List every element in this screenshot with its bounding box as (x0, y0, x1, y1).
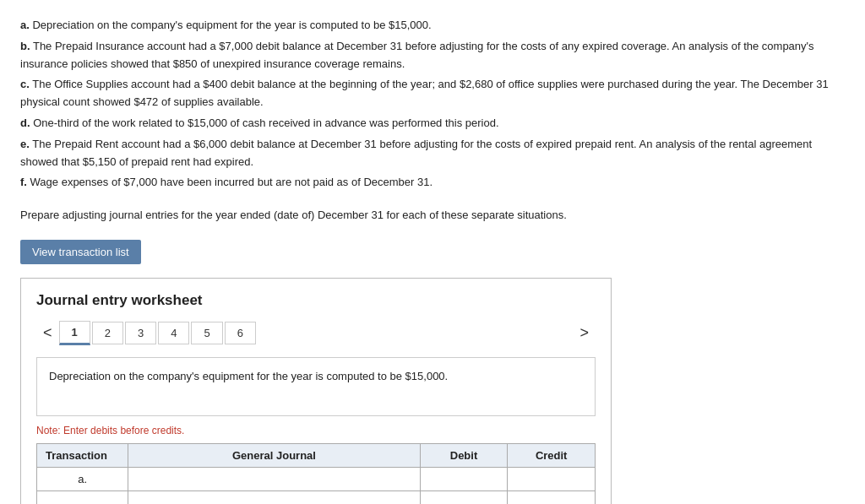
tab-2[interactable]: 2 (92, 322, 123, 344)
prepare-instructions: Prepare adjusting journal entries for th… (20, 207, 845, 225)
general-journal-input-2[interactable] (137, 496, 411, 504)
problem-c: c. The Office Supplies account had a $40… (20, 76, 845, 111)
credit-cell-empty[interactable] (508, 490, 596, 504)
problem-b-text: The Prepaid Insurance account had a $7,0… (20, 40, 814, 70)
next-tab-button[interactable]: > (573, 324, 596, 342)
problem-b-label: b. (20, 40, 30, 52)
tab-5[interactable]: 5 (191, 322, 222, 344)
prev-tab-button[interactable]: < (36, 324, 59, 342)
general-journal-cell[interactable] (128, 467, 420, 490)
problem-f-label: f. (20, 176, 27, 188)
tab-3[interactable]: 3 (125, 322, 156, 344)
tab-6[interactable]: 6 (225, 322, 256, 344)
transaction-cell: a. (37, 467, 128, 490)
col-debit: Debit (420, 443, 508, 467)
problem-d: d. One-third of the work related to $15,… (20, 115, 845, 133)
worksheet-title: Journal entry worksheet (36, 292, 596, 309)
problem-e: e. The Prepaid Rent account had a $6,000… (20, 136, 845, 171)
tab-4[interactable]: 4 (158, 322, 189, 344)
table-header-row: Transaction General Journal Debit Credit (37, 443, 596, 467)
debit-input-2[interactable] (429, 496, 499, 504)
journal-table: Transaction General Journal Debit Credit… (36, 443, 596, 504)
problem-f: f. Wage expenses of $7,000 have been inc… (20, 174, 845, 192)
col-credit: Credit (508, 443, 596, 467)
tab-1[interactable]: 1 (59, 321, 90, 345)
debit-cell[interactable] (420, 467, 508, 490)
problem-c-label: c. (20, 78, 30, 90)
credit-cell[interactable] (508, 467, 596, 490)
journal-entry-worksheet: Journal entry worksheet < 1 2 3 4 5 6 > … (20, 278, 612, 504)
problem-a-label: a. (20, 19, 30, 31)
problem-a-text: Depreciation on the company's equipment … (30, 19, 432, 31)
transaction-cell-empty (37, 490, 128, 504)
col-general-journal: General Journal (128, 443, 420, 467)
col-transaction: Transaction (37, 443, 128, 467)
transaction-description: Depreciation on the company's equipment … (36, 357, 596, 416)
general-journal-cell-empty[interactable] (128, 490, 420, 504)
tab-navigation: < 1 2 3 4 5 6 > (36, 321, 596, 345)
table-row-empty (37, 490, 596, 504)
general-journal-input[interactable] (137, 473, 411, 485)
problem-e-text: The Prepaid Rent account had a $6,000 de… (20, 138, 812, 168)
table-row: a. (37, 467, 596, 490)
entry-note: Note: Enter debits before credits. (36, 425, 596, 436)
debit-cell-empty[interactable] (420, 490, 508, 504)
problem-f-text: Wage expenses of $7,000 have been incurr… (27, 176, 432, 188)
problem-list: a. Depreciation on the company's equipme… (20, 17, 845, 192)
problem-d-text: One-third of the work related to $15,000… (30, 117, 499, 129)
credit-input-2[interactable] (516, 496, 586, 504)
problem-e-label: e. (20, 138, 30, 150)
problem-a: a. Depreciation on the company's equipme… (20, 17, 845, 35)
view-transaction-list-button[interactable]: View transaction list (20, 240, 141, 264)
credit-input[interactable] (516, 473, 586, 485)
problem-d-label: d. (20, 117, 30, 129)
problem-c-text: The Office Supplies account had a $400 d… (20, 78, 829, 108)
debit-input[interactable] (429, 473, 499, 485)
problem-b: b. The Prepaid Insurance account had a $… (20, 38, 845, 73)
